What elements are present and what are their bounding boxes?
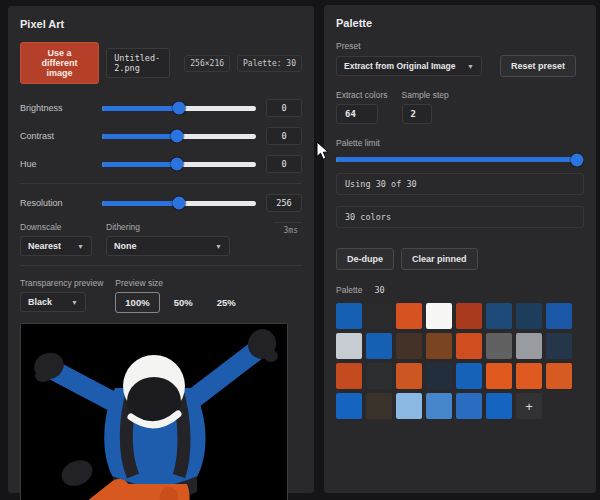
palette-swatch[interactable]	[366, 303, 392, 329]
extract-colors-field: Extract colors 64	[336, 90, 388, 124]
slider-thumb[interactable]	[171, 130, 184, 143]
slider-thumb[interactable]	[173, 197, 186, 210]
divider	[20, 265, 302, 266]
preview-size-label: Preview size	[115, 278, 245, 288]
palette-swatch[interactable]	[456, 303, 482, 329]
slider-thumb[interactable]	[173, 102, 186, 115]
palette-swatch[interactable]	[396, 333, 422, 359]
downscale-field: Downscale Nearest ▼	[20, 222, 92, 256]
palette-swatch[interactable]	[456, 393, 482, 419]
chevron-down-icon: ▼	[71, 299, 78, 306]
preview-size-field: Preview size 100% 50% 25%	[115, 278, 245, 313]
palette-swatch[interactable]	[486, 363, 512, 389]
preset-row: Extract from Original Image ▼ Reset pres…	[336, 55, 584, 77]
hue-label: Hue	[20, 159, 92, 169]
palette-swatch[interactable]	[516, 363, 542, 389]
resolution-label: Resolution	[20, 198, 92, 208]
contrast-slider[interactable]	[102, 134, 256, 139]
reset-preset-button[interactable]: Reset preset	[500, 55, 576, 77]
palette-swatch[interactable]	[516, 303, 542, 329]
preview-size-25-button[interactable]: 25%	[207, 292, 246, 313]
hue-value[interactable]: 0	[266, 155, 302, 173]
sample-step-input[interactable]: 2	[402, 104, 432, 124]
slider-thumb[interactable]	[571, 153, 584, 166]
pixel-art-preview-image	[20, 323, 288, 500]
contrast-value[interactable]: 0	[266, 127, 302, 145]
palette-swatch[interactable]	[426, 393, 452, 419]
contrast-slider-row: Contrast 0	[20, 127, 302, 145]
palette-actions-row: De-dupe Clear pinned	[336, 248, 584, 270]
palette-swatch[interactable]	[486, 393, 512, 419]
slider-thumb[interactable]	[171, 158, 184, 171]
palette-swatch[interactable]	[336, 363, 362, 389]
palette-grid: +	[336, 303, 584, 419]
palette-swatch[interactable]	[456, 333, 482, 359]
palette-swatch[interactable]	[396, 363, 422, 389]
palette-swatch[interactable]	[336, 333, 362, 359]
transparency-preview-row: Transparency preview Black ▼ Preview siz…	[20, 278, 302, 313]
palette-swatch[interactable]	[486, 303, 512, 329]
add-color-button[interactable]: +	[516, 393, 542, 419]
use-different-image-button[interactable]: Use a different image	[20, 42, 99, 84]
palette-swatch[interactable]	[546, 363, 572, 389]
palette-limit-slider[interactable]	[336, 157, 582, 162]
palette-swatch[interactable]	[546, 333, 572, 359]
file-row: Use a different image Untitled-2.png 256…	[20, 42, 302, 84]
using-count-status: Using 30 of 30	[336, 173, 584, 195]
palette-swatch[interactable]	[336, 303, 362, 329]
resolution-slider[interactable]	[102, 201, 256, 206]
extract-colors-input[interactable]: 64	[336, 104, 378, 124]
palette-swatch[interactable]	[456, 363, 482, 389]
palette-swatch[interactable]	[366, 393, 392, 419]
brightness-slider-row: Brightness 0	[20, 99, 302, 117]
divider	[20, 183, 302, 184]
chevron-down-icon: ▼	[215, 243, 222, 250]
resolution-value[interactable]: 256	[266, 194, 302, 212]
dithering-field: Dithering None ▼	[106, 222, 230, 256]
transparency-value: Black	[28, 297, 52, 307]
palette-swatch[interactable]	[486, 333, 512, 359]
palette-count-row: Palette 30	[336, 285, 584, 295]
downscale-select[interactable]: Nearest ▼	[20, 236, 92, 256]
pixel-art-panel: Pixel Art Use a different image Untitled…	[8, 6, 314, 493]
palette-swatch[interactable]	[366, 363, 392, 389]
brightness-label: Brightness	[20, 103, 92, 113]
hue-slider[interactable]	[102, 162, 256, 167]
clear-pinned-button[interactable]: Clear pinned	[401, 248, 478, 270]
preview-size-50-button[interactable]: 50%	[164, 292, 203, 313]
extract-colors-label: Extract colors	[336, 90, 388, 100]
chevron-down-icon: ▼	[467, 63, 474, 70]
preset-value: Extract from Original Image	[344, 61, 455, 71]
processing-time-badge: 3ms	[274, 222, 302, 235]
sample-step-label: Sample step	[402, 90, 449, 100]
dithering-select[interactable]: None ▼	[106, 236, 230, 256]
palette-title: Palette	[336, 17, 584, 29]
downscale-label: Downscale	[20, 222, 92, 232]
transparency-label: Transparency preview	[20, 278, 103, 288]
brightness-slider[interactable]	[102, 106, 256, 111]
brightness-value[interactable]: 0	[266, 99, 302, 117]
palette-swatch[interactable]	[426, 363, 452, 389]
filename-field[interactable]: Untitled-2.png	[106, 48, 170, 78]
palette-swatch[interactable]	[426, 333, 452, 359]
palette-swatch[interactable]	[426, 303, 452, 329]
palette-grid-count: 30	[374, 285, 384, 295]
palette-panel: Palette Preset Extract from Original Ima…	[324, 5, 596, 493]
pixel-art-title: Pixel Art	[20, 18, 302, 30]
preset-label: Preset	[336, 41, 584, 51]
transparency-select[interactable]: Black ▼	[20, 292, 86, 312]
palette-swatch[interactable]	[396, 393, 422, 419]
palette-swatch[interactable]	[396, 303, 422, 329]
palette-swatch[interactable]	[516, 333, 542, 359]
palette-swatch[interactable]	[336, 393, 362, 419]
preview-size-100-button[interactable]: 100%	[115, 292, 159, 313]
downscale-value: Nearest	[28, 241, 61, 251]
palette-swatch[interactable]	[546, 303, 572, 329]
palette-swatch[interactable]	[366, 333, 392, 359]
palette-count-badge: Palette: 30	[237, 55, 302, 72]
preset-select[interactable]: Extract from Original Image ▼	[336, 56, 482, 76]
extract-sample-row: Extract colors 64 Sample step 2	[336, 90, 584, 124]
preview-size-buttons: 100% 50% 25%	[115, 292, 245, 313]
dedupe-button[interactable]: De-dupe	[336, 248, 394, 270]
image-dimensions-badge: 256×216	[184, 55, 230, 72]
